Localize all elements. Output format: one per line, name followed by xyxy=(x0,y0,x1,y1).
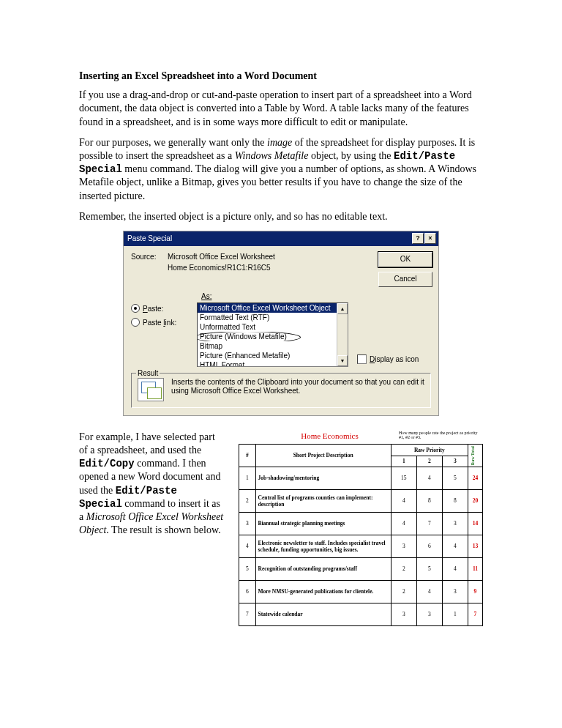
cell-p2: 6 xyxy=(416,535,442,558)
cell-desc: Statewide calendar xyxy=(255,603,391,626)
dialog-body: OK Cancel Source: Microsoft Office Excel… xyxy=(124,246,438,415)
source-label: Source: xyxy=(131,252,162,261)
cell-p3: 3 xyxy=(442,513,468,535)
cell-p2: 8 xyxy=(416,490,442,513)
paragraph-3: Remember, the inserted object is a pictu… xyxy=(79,210,483,223)
list-item[interactable]: Bitmap xyxy=(198,341,348,351)
dialog-titlebar: Paste Special ? × xyxy=(124,231,438,246)
text: For our purposes, we generally want only… xyxy=(79,137,267,148)
text-italic: Windows Metafile xyxy=(235,150,309,161)
cell-p3: 8 xyxy=(442,490,468,513)
col-header-2: 2 xyxy=(416,456,442,467)
cell-p1: 2 xyxy=(391,581,416,603)
checkbox-icon xyxy=(357,354,367,364)
dialog-title: Paste Special xyxy=(126,234,172,243)
list-item-circled[interactable]: Picture (Windows Metafile) xyxy=(198,332,348,341)
document-page: Inserting an Excel Spreadsheet into a Wo… xyxy=(0,0,562,655)
list-item[interactable]: HTML Format xyxy=(198,360,348,367)
result-legend: Result xyxy=(136,368,160,378)
dialog-screenshot: Paste Special ? × OK Cancel Source: Micr… xyxy=(79,231,483,416)
result-text: Inserts the contents of the Clipboard in… xyxy=(171,378,424,396)
result-icon xyxy=(138,378,164,401)
cell-desc: Job-shadowing/mentoring xyxy=(255,467,391,490)
paste-special-dialog: Paste Special ? × OK Cancel Source: Micr… xyxy=(123,231,439,416)
table-row: 5Recognition of outstanding programs/sta… xyxy=(239,558,483,581)
table-row: 1Job-shadowing/mentoring154524 xyxy=(239,467,483,490)
list-item[interactable]: Picture (Enhanced Metafile) xyxy=(198,351,348,360)
col-header-num: # xyxy=(239,445,256,467)
spreadsheet-table: # Short Project Description Raw Priority… xyxy=(239,444,483,626)
help-button[interactable]: ? xyxy=(412,233,424,244)
radio-paste[interactable]: Paste: xyxy=(131,304,197,313)
text: object, by using the xyxy=(308,150,394,161)
source-value-1: Microsoft Office Excel Worksheet xyxy=(168,252,275,261)
cell-total: 7 xyxy=(468,603,482,626)
paragraph-1: If you use a drag-and-drop or cut-and-pa… xyxy=(79,89,483,129)
list-item[interactable]: Unformatted Text xyxy=(198,322,348,332)
table-row: 6More NMSU-generated publications for cl… xyxy=(239,581,483,603)
table-row: 2Central list of programs counties can i… xyxy=(239,490,483,513)
cell-p1: 3 xyxy=(391,603,416,626)
cell-p2: 7 xyxy=(416,513,442,535)
text: For example, I have selected part of a s… xyxy=(79,431,215,456)
cell-num: 2 xyxy=(239,490,256,513)
col-header-1: 1 xyxy=(391,456,416,467)
cell-total: 9 xyxy=(468,581,482,603)
cell-num: 7 xyxy=(239,603,256,626)
text-mono: Edit/Copy xyxy=(79,458,135,469)
two-column-section: For example, I have selected part of a s… xyxy=(79,431,483,626)
cell-num: 5 xyxy=(239,558,256,581)
cell-p3: 5 xyxy=(442,467,468,490)
cell-p1: 4 xyxy=(391,490,416,513)
radio-icon xyxy=(131,318,140,327)
cell-p1: 15 xyxy=(391,467,416,490)
cell-desc: More NMSU-generated publications for cli… xyxy=(255,581,391,603)
cell-total: 13 xyxy=(468,535,482,558)
ok-button[interactable]: OK xyxy=(378,252,432,267)
col-header-3: 3 xyxy=(442,456,468,467)
table-row: 3Biannual strategic planning meetings473… xyxy=(239,513,483,535)
text: . The result is shown below. xyxy=(106,524,220,535)
close-button[interactable]: × xyxy=(424,233,436,244)
display-as-icon-checkbox[interactable]: Display as icon xyxy=(357,354,430,364)
list-item[interactable]: Formatted Text (RTF) xyxy=(198,313,348,322)
cell-p3: 4 xyxy=(442,558,468,581)
result-fieldset: Result Inserts the contents of the Clipb… xyxy=(131,373,431,408)
table-row: 7Statewide calendar3317 xyxy=(239,603,483,626)
cell-total: 14 xyxy=(468,513,482,535)
cell-total: 20 xyxy=(468,490,482,513)
cell-p3: 1 xyxy=(442,603,468,626)
cell-desc: Biannual strategic planning meetings xyxy=(255,513,391,535)
col-header-rawpriority: Raw Priority xyxy=(391,445,468,456)
cell-p2: 5 xyxy=(416,558,442,581)
cell-num: 1 xyxy=(239,467,256,490)
radio-paste-label: Paste: xyxy=(143,304,163,313)
cell-desc: Recognition of outstanding programs/staf… xyxy=(255,558,391,581)
scrollbar[interactable]: ▲ ▼ xyxy=(337,303,348,366)
cancel-button[interactable]: Cancel xyxy=(378,272,432,287)
cell-p1: 3 xyxy=(391,535,416,558)
paragraph-4: For example, I have selected part of a s… xyxy=(79,431,225,619)
table-row: # Short Project Description Raw Priority… xyxy=(239,445,483,456)
radio-pastelink-label: Paste link: xyxy=(143,318,176,327)
radio-paste-link[interactable]: Paste link: xyxy=(131,318,197,327)
text: menu command. The dialog will give you a… xyxy=(79,163,476,201)
scroll-down-icon[interactable]: ▼ xyxy=(337,355,348,366)
source-value-2: Home Economics!R1C1:R16C5 xyxy=(168,263,271,272)
cell-total: 11 xyxy=(468,558,482,581)
as-label: As: xyxy=(201,292,211,300)
scroll-up-icon[interactable]: ▲ xyxy=(337,303,348,314)
cell-p3: 3 xyxy=(442,581,468,603)
paragraph-2: For our purposes, we generally want only… xyxy=(79,136,483,203)
table-row: 4Electronic newsletter to staff. Include… xyxy=(239,535,483,558)
display-as-icon-label: Display as icon xyxy=(370,354,419,364)
cell-p2: 3 xyxy=(416,603,442,626)
col-header-rawtotal: Raw Total xyxy=(468,445,482,467)
format-listbox[interactable]: Microsoft Office Excel Worksheet Object … xyxy=(197,302,348,367)
list-item[interactable]: Microsoft Office Excel Worksheet Object xyxy=(198,303,348,313)
cell-total: 24 xyxy=(468,467,482,490)
sheet-note: How many people rate the project as prio… xyxy=(399,431,483,440)
radio-icon xyxy=(131,304,140,313)
cell-p3: 4 xyxy=(442,535,468,558)
cell-p1: 4 xyxy=(391,513,416,535)
